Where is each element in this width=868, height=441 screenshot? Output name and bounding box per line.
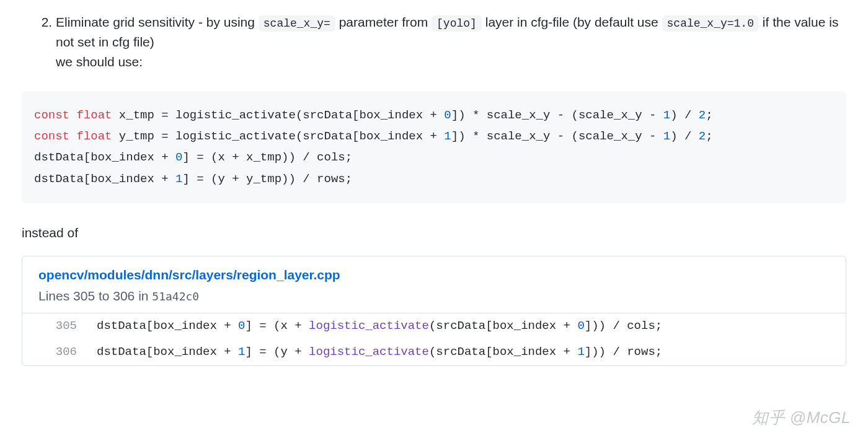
- number: 0: [444, 108, 451, 122]
- code: ;: [706, 108, 712, 122]
- code: dstData[box_index +: [34, 172, 175, 186]
- keyword: const: [34, 129, 76, 143]
- number: 1: [444, 129, 451, 143]
- line-code: dstData[box_index + 1] = (y + logistic_a…: [89, 339, 846, 365]
- keyword: float: [76, 108, 112, 122]
- code: ;: [706, 129, 712, 143]
- code: ) /: [670, 108, 699, 122]
- number: 1: [175, 172, 182, 186]
- list-text: Eliminate grid sensitivity - by using sc…: [56, 15, 838, 69]
- comment-body: Eliminate grid sensitivity - by using sc…: [0, 0, 868, 385]
- instead-of-text: instead of: [22, 223, 846, 243]
- code: y_tmp = logistic_activate(srcData[box_in…: [112, 129, 444, 143]
- inline-code-yolo: [yolo]: [432, 15, 482, 32]
- code: (srcData[box_index +: [429, 319, 577, 333]
- table-row: 305 dstData[box_index + 0] = (x + logist…: [22, 313, 846, 339]
- code: ] = (x + x_tmp)) / cols;: [182, 151, 352, 164]
- function-name: logistic_activate: [309, 345, 429, 359]
- snippet-file-path[interactable]: opencv/modules/dnn/src/layers/region_lay…: [38, 265, 830, 285]
- line-number[interactable]: 306: [22, 339, 89, 365]
- code: (srcData[box_index +: [429, 345, 577, 359]
- number: 1: [577, 345, 584, 359]
- number: 1: [663, 129, 670, 143]
- text: we should use:: [56, 55, 143, 69]
- code: ] = (y + y_tmp)) / rows;: [182, 172, 352, 186]
- code: dstData[box_index +: [34, 151, 175, 164]
- number: 0: [577, 319, 584, 333]
- text: Eliminate grid sensitivity - by using: [56, 15, 259, 29]
- lines-prefix: Lines 305 to 306 in: [38, 289, 152, 303]
- list-item-2: Eliminate grid sensitivity - by using sc…: [56, 12, 846, 71]
- code: ]) * scale_x_y - (scale_x_y -: [451, 129, 663, 143]
- ordered-list: Eliminate grid sensitivity - by using sc…: [22, 12, 846, 71]
- code: dstData[box_index +: [97, 345, 238, 359]
- text: parameter from: [339, 15, 432, 29]
- inline-code-scale-x-y: scale_x_y=: [259, 15, 335, 32]
- code: ])) / rows;: [585, 345, 662, 359]
- text: layer in cfg-file (by default use: [485, 15, 662, 29]
- code: ] = (x +: [245, 319, 309, 333]
- snippet-header: opencv/modules/dnn/src/layers/region_lay…: [22, 256, 846, 313]
- number: 0: [175, 151, 182, 164]
- number: 1: [663, 108, 670, 122]
- code: x_tmp = logistic_activate(srcData[box_in…: [112, 108, 444, 122]
- number: 0: [238, 319, 245, 333]
- code: ]) * scale_x_y - (scale_x_y -: [451, 108, 663, 122]
- code-snippet-box: opencv/modules/dnn/src/layers/region_lay…: [22, 256, 846, 366]
- code: dstData[box_index +: [97, 319, 238, 333]
- function-name: logistic_activate: [309, 319, 429, 333]
- code-block-new: const float x_tmp = logistic_activate(sr…: [22, 91, 846, 203]
- number: 1: [238, 345, 245, 359]
- snippet-lines-info: Lines 305 to 306 in 51a42c0: [38, 286, 830, 306]
- number: 2: [699, 108, 706, 122]
- inline-code-default: scale_x_y=1.0: [662, 15, 759, 32]
- keyword: float: [76, 129, 112, 143]
- number: 2: [699, 129, 706, 143]
- commit-sha[interactable]: 51a42c0: [152, 290, 199, 303]
- code: ])) / cols;: [585, 319, 662, 333]
- snippet-body: 305 dstData[box_index + 0] = (x + logist…: [22, 313, 846, 365]
- keyword: const: [34, 108, 76, 122]
- code: ] = (y +: [245, 345, 309, 359]
- line-code: dstData[box_index + 0] = (x + logistic_a…: [89, 313, 846, 339]
- line-number[interactable]: 305: [22, 313, 89, 339]
- table-row: 306 dstData[box_index + 1] = (y + logist…: [22, 339, 846, 365]
- code: ) /: [670, 129, 699, 143]
